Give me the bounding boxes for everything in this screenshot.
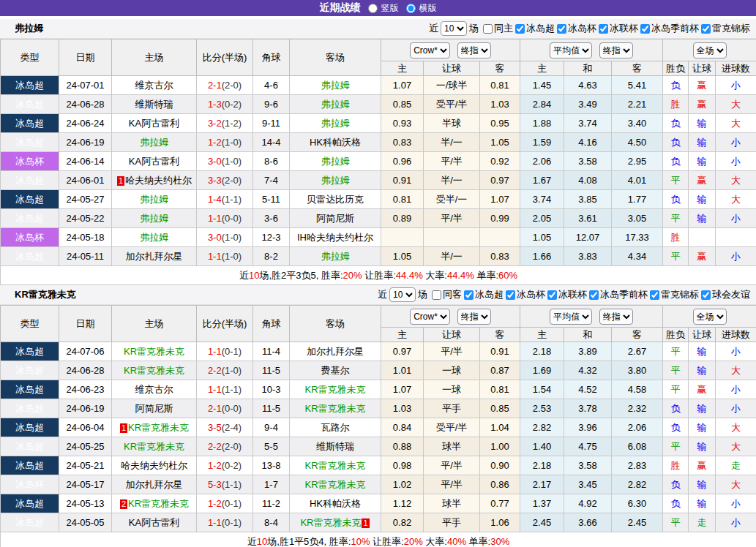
away-team[interactable]: HK科帕沃格: [290, 494, 381, 513]
home-team[interactable]: KA阿古雷利: [112, 152, 197, 171]
league-checkbox[interactable]: [640, 24, 650, 34]
league-filter-option[interactable]: 雷克锦标: [701, 22, 750, 35]
away-team[interactable]: 弗拉姆: [290, 114, 381, 133]
league-filter-option[interactable]: 冰岛超: [515, 22, 555, 35]
away-team[interactable]: 瓦路尔: [290, 418, 381, 437]
odds-away: 0.92: [480, 152, 520, 171]
away-team[interactable]: 弗拉姆: [290, 95, 381, 114]
avg-home: 2.18: [520, 456, 564, 475]
home-team[interactable]: 加尔扎拜尔星: [112, 247, 197, 266]
home-team[interactable]: 维京古尔: [112, 380, 197, 399]
league-filter-option[interactable]: 冰岛超: [464, 288, 504, 301]
league-filter-option[interactable]: 球会友谊: [701, 288, 750, 301]
corner-count: 8-2: [253, 247, 290, 266]
final-odds-select-2[interactable]: 终指: [599, 309, 633, 325]
league-checkbox[interactable]: [557, 24, 566, 34]
match-count-select[interactable]: 10: [389, 287, 416, 302]
away-team[interactable]: IH哈夫纳夫约杜尔: [290, 228, 381, 247]
same-away-checkbox[interactable]: [432, 290, 441, 300]
league-checkbox[interactable]: [589, 290, 599, 300]
home-team[interactable]: 哈夫纳夫约杜尔: [112, 456, 197, 475]
away-team[interactable]: 贝雷达比历克: [290, 190, 381, 209]
table-row: 冰岛超 24-07-06 KR雷克雅未克 1-1(0-1) 11-4 加尔扎拜尔…: [1, 342, 756, 361]
away-team[interactable]: 维斯特瑞: [290, 437, 381, 456]
table-row: 冰岛超 24-06-19 阿简尼斯 2-1(0-0) 11-5 KR雷克雅未克 …: [1, 399, 756, 418]
away-team[interactable]: KR雷克雅未克: [290, 475, 381, 494]
league-checkbox[interactable]: [599, 24, 608, 34]
away-team[interactable]: 加尔扎拜尔星: [290, 342, 381, 361]
final-odds-select[interactable]: 终指: [457, 42, 491, 59]
odds-away: 1.05: [480, 133, 520, 152]
away-team[interactable]: 阿简尼斯: [290, 209, 381, 228]
league-filter-option[interactable]: 雷克锦标: [650, 288, 699, 301]
league-checkbox[interactable]: [650, 290, 659, 300]
league-checkbox[interactable]: [701, 24, 711, 34]
bookmaker-select[interactable]: Crow*: [410, 309, 450, 325]
home-team[interactable]: 弗拉姆: [112, 209, 197, 228]
average-select[interactable]: 平均值: [550, 42, 592, 59]
result-goals: 大: [716, 475, 756, 494]
league-checkbox[interactable]: [515, 24, 525, 34]
away-team[interactable]: HK科帕沃格: [290, 133, 381, 152]
home-team[interactable]: 阿简尼斯: [112, 399, 197, 418]
league-filter-option[interactable]: 冰岛季前杯: [640, 22, 699, 35]
home-team[interactable]: KR雷克雅未克: [112, 361, 197, 380]
bookmaker-select[interactable]: Crow*: [410, 42, 450, 59]
away-team[interactable]: 弗拉姆: [290, 76, 381, 95]
home-team[interactable]: 维京古尔: [112, 76, 197, 95]
horizontal-radio[interactable]: [406, 4, 416, 13]
scope-select[interactable]: 全场: [693, 42, 727, 59]
same-home-checkbox[interactable]: [483, 24, 493, 34]
layout-horizontal-option[interactable]: 横版: [406, 2, 437, 15]
league-filter-option[interactable]: 冰联杯: [599, 22, 638, 35]
away-team[interactable]: KR雷克雅未克: [290, 399, 381, 418]
final-odds-select-2[interactable]: 终指: [599, 42, 633, 59]
result-goals: [716, 228, 756, 247]
league-filter-option[interactable]: 冰岛季前杯: [589, 288, 648, 301]
home-team[interactable]: 弗拉姆: [112, 133, 197, 152]
away-team[interactable]: KR雷克雅未克: [290, 380, 381, 399]
result-goals: 大: [716, 361, 756, 380]
league-filter-option[interactable]: 冰联杯: [547, 288, 587, 301]
home-team[interactable]: 弗拉姆: [112, 228, 197, 247]
col-home: 主场: [112, 39, 197, 76]
home-team[interactable]: 弗拉姆: [112, 190, 197, 209]
home-team[interactable]: KR雷克雅未克: [112, 342, 197, 361]
league-filter-option[interactable]: 冰岛杯: [506, 288, 545, 301]
match-date: 24-05-05: [59, 513, 112, 532]
home-team[interactable]: 2KR雷克雅未克: [112, 494, 197, 513]
layout-vertical-option[interactable]: 竖版: [368, 2, 399, 15]
league-filter-option[interactable]: 冰岛杯: [557, 22, 596, 35]
league-checkbox[interactable]: [464, 290, 474, 300]
away-team[interactable]: KR雷克雅未克: [290, 456, 381, 475]
home-team[interactable]: 加尔扎拜尔星: [112, 475, 197, 494]
league-checkbox[interactable]: [547, 290, 557, 300]
odds-handicap: 一/球半: [424, 76, 480, 95]
result-handicap: 输: [689, 209, 716, 228]
corner-count: 11-2: [253, 494, 290, 513]
away-team[interactable]: 弗拉姆: [290, 247, 381, 266]
col-avg-home: 主: [520, 61, 564, 76]
vertical-radio[interactable]: [368, 4, 378, 13]
same-away-option[interactable]: 同客: [432, 288, 462, 301]
home-team[interactable]: 维斯特瑞: [112, 95, 197, 114]
same-home-option[interactable]: 同主: [483, 22, 513, 35]
away-team[interactable]: 费基尔: [290, 361, 381, 380]
home-team[interactable]: KA阿古雷利: [112, 114, 197, 133]
result-handicap: 赢: [689, 76, 716, 95]
away-team[interactable]: 弗拉姆: [290, 171, 381, 190]
away-team[interactable]: 弗拉姆: [290, 152, 381, 171]
home-team[interactable]: KA阿古雷利: [112, 513, 197, 532]
home-team[interactable]: 1哈夫纳夫约杜尔: [112, 171, 197, 190]
result-handicap: [689, 228, 716, 247]
league-checkbox[interactable]: [701, 290, 711, 300]
away-team[interactable]: KR雷克雅未克1: [290, 513, 381, 532]
odds-home: 1.02: [381, 475, 424, 494]
home-team[interactable]: 1KR雷克雅未克: [112, 418, 197, 437]
average-select[interactable]: 平均值: [550, 309, 592, 325]
scope-select[interactable]: 全场: [693, 309, 727, 325]
final-odds-select[interactable]: 终指: [457, 309, 491, 325]
match-count-select[interactable]: 10: [441, 21, 467, 36]
home-team[interactable]: KR雷克雅未克: [112, 437, 197, 456]
league-checkbox[interactable]: [506, 290, 515, 300]
